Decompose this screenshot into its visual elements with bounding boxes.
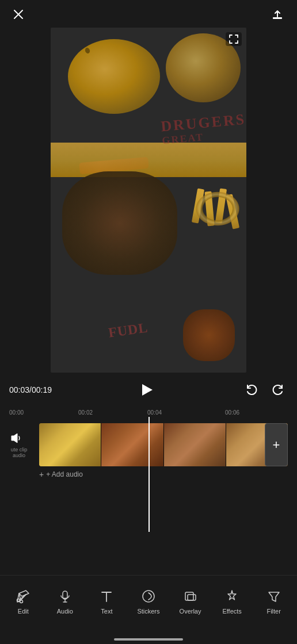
toolbar-item-edit[interactable]: Edit — [6, 588, 40, 615]
side-item — [183, 309, 235, 361]
time-display: 00:03/00:19 — [9, 385, 52, 394]
brand-text-2: FUDL — [107, 320, 148, 340]
effects-label: Effects — [222, 608, 241, 615]
close-button[interactable] — [9, 5, 28, 24]
add-audio-plus-icon: + — [39, 470, 44, 479]
svg-point-12 — [143, 591, 154, 602]
svg-marker-3 — [12, 434, 17, 443]
edit-icon — [15, 588, 31, 604]
add-audio-label: + Add audio — [46, 470, 83, 478]
svg-rect-14 — [188, 595, 196, 600]
text-label: Text — [101, 608, 112, 615]
toolbar-item-effects[interactable]: Effects — [215, 588, 249, 615]
clip-frame-1 — [39, 423, 101, 466]
home-indicator — [114, 638, 183, 641]
toolbar-item-stickers[interactable]: Stickers — [131, 588, 166, 615]
clip-frame-2 — [101, 423, 163, 466]
stickers-icon — [140, 588, 157, 604]
header — [0, 0, 297, 29]
audio-track-icon — [7, 430, 24, 447]
toolbar-items: Edit Audio Text — [0, 576, 297, 627]
play-button[interactable] — [136, 379, 157, 400]
brand-text-1: DRUGERS GREAT — [160, 110, 246, 147]
toolbar-item-overlay[interactable]: Overlay — [173, 588, 208, 615]
audio-icon — [57, 588, 73, 604]
filter-label: Filter — [266, 608, 280, 615]
clip-frame-3 — [164, 423, 226, 466]
overlay-icon — [182, 588, 199, 604]
bun-top — [68, 39, 160, 114]
audio-label-text: Audio — [57, 608, 73, 615]
text-icon — [98, 588, 115, 604]
add-audio-button[interactable]: + + Add audio — [39, 468, 83, 481]
onion-ring — [192, 189, 243, 229]
ruler-mark-2: 00:02 — [78, 409, 93, 416]
cheese — [51, 143, 246, 177]
expand-button[interactable] — [226, 32, 242, 46]
stickers-label: Stickers — [137, 608, 159, 615]
clip-strip[interactable] — [39, 423, 288, 466]
undo-button[interactable] — [242, 379, 262, 400]
ruler-mark-6: 00:06 — [225, 409, 239, 416]
header-right — [267, 4, 288, 25]
audio-label: ute clip audio — [5, 447, 33, 458]
ruler-mark-0: 00:00 — [9, 409, 24, 416]
food-image: DRUGERS GREAT FUDL — [51, 28, 246, 373]
add-clip-button[interactable]: + — [265, 423, 288, 466]
add-clip-icon: + — [273, 438, 280, 453]
svg-rect-2 — [273, 17, 282, 19]
filter-icon — [266, 588, 282, 604]
controls-row: 00:03/00:19 — [0, 375, 297, 404]
playback-controls — [242, 379, 288, 400]
redo-button[interactable] — [267, 379, 288, 400]
bottom-toolbar: Edit Audio Text — [0, 575, 297, 644]
ruler-mark-4: 00:04 — [147, 409, 162, 416]
upload-button[interactable] — [267, 4, 288, 25]
video-preview: DRUGERS GREAT FUDL — [51, 28, 246, 373]
effects-icon — [224, 588, 240, 604]
toolbar-item-text[interactable]: Text — [89, 588, 124, 615]
edit-label: Edit — [18, 608, 29, 615]
toolbar-item-filter[interactable]: Filter — [257, 588, 291, 615]
overlay-label: Overlay — [180, 608, 201, 615]
svg-rect-13 — [185, 592, 193, 600]
toolbar-item-audio[interactable]: Audio — [48, 588, 82, 615]
playhead — [148, 417, 150, 532]
play-icon — [142, 384, 153, 396]
mushrooms — [62, 171, 177, 275]
